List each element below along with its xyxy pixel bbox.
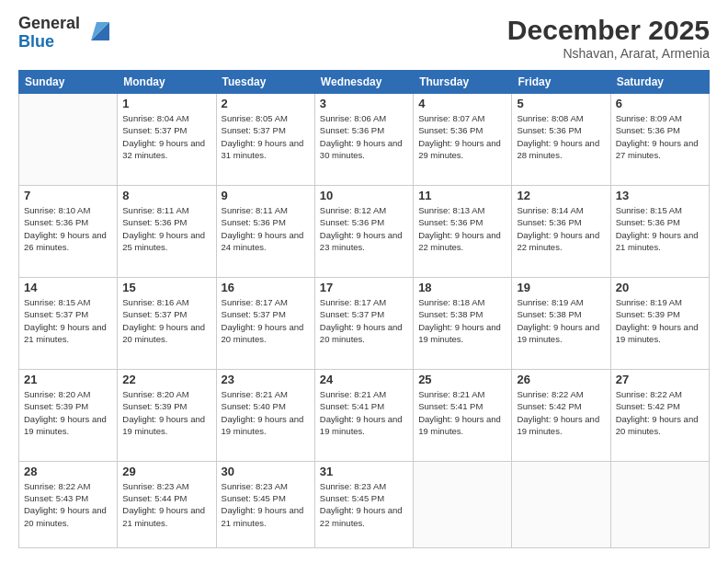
day-number: 18 — [418, 281, 506, 294]
weekday-header-row: SundayMondayTuesdayWednesdayThursdayFrid… — [19, 71, 710, 94]
calendar-cell: 8Sunrise: 8:11 AMSunset: 5:36 PMDaylight… — [118, 185, 216, 277]
calendar-week-2: 14Sunrise: 8:15 AMSunset: 5:37 PMDayligh… — [19, 277, 710, 369]
weekday-header-sunday: Sunday — [19, 71, 118, 94]
logo-general: General — [18, 14, 80, 32]
logo-blue: Blue — [18, 32, 54, 51]
calendar-cell — [414, 461, 512, 547]
calendar-cell: 28Sunrise: 8:22 AMSunset: 5:43 PMDayligh… — [19, 461, 118, 547]
weekday-header-thursday: Thursday — [414, 71, 512, 94]
calendar-cell: 21Sunrise: 8:20 AMSunset: 5:39 PMDayligh… — [19, 369, 118, 461]
day-info: Sunrise: 8:23 AMSunset: 5:45 PMDaylight:… — [222, 480, 310, 529]
day-number: 19 — [517, 281, 605, 294]
calendar-cell: 4Sunrise: 8:07 AMSunset: 5:36 PMDaylight… — [414, 94, 512, 186]
calendar-cell: 23Sunrise: 8:21 AMSunset: 5:40 PMDayligh… — [216, 369, 314, 461]
calendar-cell: 31Sunrise: 8:23 AMSunset: 5:45 PMDayligh… — [314, 461, 413, 547]
day-number: 5 — [517, 97, 605, 110]
day-number: 31 — [320, 465, 408, 478]
calendar-cell: 27Sunrise: 8:22 AMSunset: 5:42 PMDayligh… — [610, 369, 709, 461]
day-info: Sunrise: 8:19 AMSunset: 5:39 PMDaylight:… — [616, 296, 704, 345]
day-info: Sunrise: 8:05 AMSunset: 5:37 PMDaylight:… — [222, 112, 310, 161]
calendar-cell: 13Sunrise: 8:15 AMSunset: 5:36 PMDayligh… — [610, 185, 709, 277]
day-info: Sunrise: 8:04 AMSunset: 5:37 PMDaylight:… — [122, 112, 210, 161]
day-number: 2 — [222, 97, 310, 110]
logo: General Blue — [18, 15, 113, 52]
day-number: 28 — [24, 465, 112, 478]
calendar-cell: 14Sunrise: 8:15 AMSunset: 5:37 PMDayligh… — [19, 277, 118, 369]
day-info: Sunrise: 8:09 AMSunset: 5:36 PMDaylight:… — [616, 112, 704, 161]
calendar-cell: 15Sunrise: 8:16 AMSunset: 5:37 PMDayligh… — [118, 277, 216, 369]
day-info: Sunrise: 8:23 AMSunset: 5:44 PMDaylight:… — [122, 480, 210, 529]
weekday-header-tuesday: Tuesday — [216, 71, 314, 94]
day-number: 16 — [222, 281, 310, 294]
calendar-cell: 6Sunrise: 8:09 AMSunset: 5:36 PMDaylight… — [610, 94, 709, 186]
day-number: 1 — [122, 97, 210, 110]
calendar-cell: 2Sunrise: 8:05 AMSunset: 5:37 PMDaylight… — [216, 94, 314, 186]
day-number: 11 — [418, 189, 506, 202]
logo-icon — [84, 15, 113, 44]
day-info: Sunrise: 8:22 AMSunset: 5:42 PMDaylight:… — [517, 388, 605, 437]
location: Nshavan, Ararat, Armenia — [507, 46, 710, 61]
day-number: 24 — [320, 373, 408, 386]
day-number: 6 — [616, 97, 704, 110]
day-info: Sunrise: 8:11 AMSunset: 5:36 PMDaylight:… — [222, 204, 310, 253]
day-number: 3 — [320, 97, 408, 110]
calendar-cell: 7Sunrise: 8:10 AMSunset: 5:36 PMDaylight… — [19, 185, 118, 277]
calendar-cell: 11Sunrise: 8:13 AMSunset: 5:36 PMDayligh… — [414, 185, 512, 277]
day-number: 13 — [616, 189, 704, 202]
day-info: Sunrise: 8:21 AMSunset: 5:41 PMDaylight:… — [418, 388, 506, 437]
weekday-header-saturday: Saturday — [610, 71, 709, 94]
calendar-cell: 22Sunrise: 8:20 AMSunset: 5:39 PMDayligh… — [118, 369, 216, 461]
day-number: 22 — [122, 373, 210, 386]
calendar-cell: 26Sunrise: 8:22 AMSunset: 5:42 PMDayligh… — [512, 369, 610, 461]
day-info: Sunrise: 8:17 AMSunset: 5:37 PMDaylight:… — [320, 296, 408, 345]
title-section: December 2025 Nshavan, Ararat, Armenia — [507, 15, 710, 61]
calendar-cell: 20Sunrise: 8:19 AMSunset: 5:39 PMDayligh… — [610, 277, 709, 369]
day-number: 8 — [122, 189, 210, 202]
day-info: Sunrise: 8:22 AMSunset: 5:42 PMDaylight:… — [616, 388, 704, 437]
calendar-cell — [610, 461, 709, 547]
day-number: 10 — [320, 189, 408, 202]
calendar-cell: 25Sunrise: 8:21 AMSunset: 5:41 PMDayligh… — [414, 369, 512, 461]
day-info: Sunrise: 8:21 AMSunset: 5:41 PMDaylight:… — [320, 388, 408, 437]
weekday-header-friday: Friday — [512, 71, 610, 94]
day-info: Sunrise: 8:06 AMSunset: 5:36 PMDaylight:… — [320, 112, 408, 161]
weekday-header-monday: Monday — [118, 71, 216, 94]
day-number: 15 — [122, 281, 210, 294]
day-info: Sunrise: 8:11 AMSunset: 5:36 PMDaylight:… — [122, 204, 210, 253]
day-info: Sunrise: 8:14 AMSunset: 5:36 PMDaylight:… — [517, 204, 605, 253]
calendar-week-0: 1Sunrise: 8:04 AMSunset: 5:37 PMDaylight… — [19, 94, 710, 186]
day-number: 30 — [222, 465, 310, 478]
calendar-cell: 17Sunrise: 8:17 AMSunset: 5:37 PMDayligh… — [314, 277, 413, 369]
calendar-table: SundayMondayTuesdayWednesdayThursdayFrid… — [18, 70, 710, 548]
day-number: 27 — [616, 373, 704, 386]
calendar-cell: 19Sunrise: 8:19 AMSunset: 5:38 PMDayligh… — [512, 277, 610, 369]
day-info: Sunrise: 8:21 AMSunset: 5:40 PMDaylight:… — [222, 388, 310, 437]
month-year: December 2025 — [507, 15, 710, 46]
calendar-week-1: 7Sunrise: 8:10 AMSunset: 5:36 PMDaylight… — [19, 185, 710, 277]
calendar-cell: 10Sunrise: 8:12 AMSunset: 5:36 PMDayligh… — [314, 185, 413, 277]
day-number: 25 — [418, 373, 506, 386]
day-info: Sunrise: 8:18 AMSunset: 5:38 PMDaylight:… — [418, 296, 506, 345]
calendar-cell: 9Sunrise: 8:11 AMSunset: 5:36 PMDaylight… — [216, 185, 314, 277]
day-number: 23 — [222, 373, 310, 386]
calendar-cell — [19, 94, 118, 186]
calendar-cell: 12Sunrise: 8:14 AMSunset: 5:36 PMDayligh… — [512, 185, 610, 277]
day-info: Sunrise: 8:08 AMSunset: 5:36 PMDaylight:… — [517, 112, 605, 161]
day-info: Sunrise: 8:17 AMSunset: 5:37 PMDaylight:… — [222, 296, 310, 345]
page: General Blue December 2025 Nshavan, Arar… — [0, 0, 728, 563]
calendar-cell: 18Sunrise: 8:18 AMSunset: 5:38 PMDayligh… — [414, 277, 512, 369]
calendar-cell: 29Sunrise: 8:23 AMSunset: 5:44 PMDayligh… — [118, 461, 216, 547]
day-number: 20 — [616, 281, 704, 294]
day-number: 7 — [24, 189, 112, 202]
calendar-cell: 30Sunrise: 8:23 AMSunset: 5:45 PMDayligh… — [216, 461, 314, 547]
calendar-cell — [512, 461, 610, 547]
calendar-cell: 5Sunrise: 8:08 AMSunset: 5:36 PMDaylight… — [512, 94, 610, 186]
day-number: 29 — [122, 465, 210, 478]
day-info: Sunrise: 8:07 AMSunset: 5:36 PMDaylight:… — [418, 112, 506, 161]
calendar-week-4: 28Sunrise: 8:22 AMSunset: 5:43 PMDayligh… — [19, 461, 710, 547]
calendar-cell: 24Sunrise: 8:21 AMSunset: 5:41 PMDayligh… — [314, 369, 413, 461]
day-info: Sunrise: 8:19 AMSunset: 5:38 PMDaylight:… — [517, 296, 605, 345]
day-number: 14 — [24, 281, 112, 294]
calendar-cell: 1Sunrise: 8:04 AMSunset: 5:37 PMDaylight… — [118, 94, 216, 186]
day-number: 4 — [418, 97, 506, 110]
